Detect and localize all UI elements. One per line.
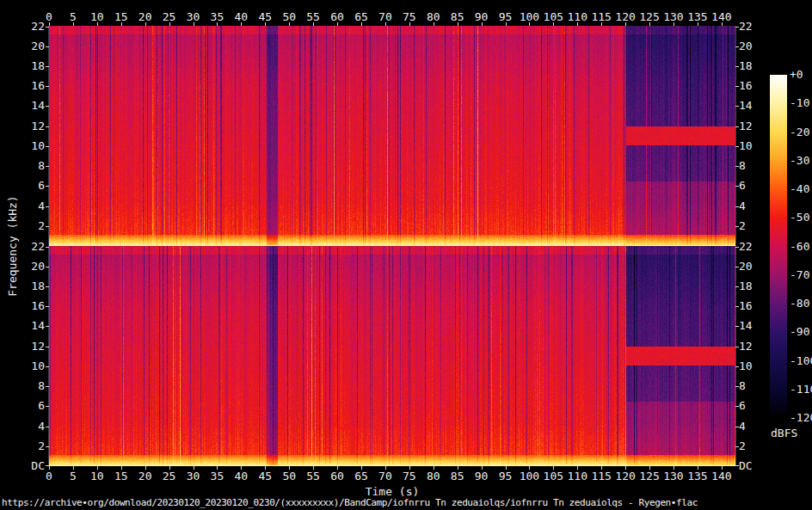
time-tick-label: 115 <box>591 11 611 23</box>
tick-mark <box>698 22 698 26</box>
tick-mark <box>735 347 739 347</box>
tick-mark <box>434 22 434 26</box>
tick-mark <box>145 22 146 26</box>
freq-tick-label: 18 <box>0 280 45 292</box>
time-tick-label: 0 <box>46 470 52 482</box>
tick-mark <box>169 466 170 470</box>
freq-tick-label: 10 <box>0 140 45 152</box>
time-tick-label: 95 <box>499 11 513 23</box>
tick-mark <box>265 22 266 26</box>
colorbar-tick-label: -50 <box>790 212 809 224</box>
time-tick-label: 110 <box>568 470 587 482</box>
freq-tick-label: 6 <box>0 180 45 192</box>
time-tick-label: 120 <box>615 470 635 482</box>
tick-mark <box>46 247 49 248</box>
time-tick-label: 75 <box>403 11 416 23</box>
tick-mark <box>735 247 739 248</box>
freq-tick-label: 8 <box>739 160 773 172</box>
freq-tick-label: 22 <box>0 21 45 33</box>
time-tick-label: 40 <box>235 470 249 482</box>
tick-mark <box>577 466 578 470</box>
dc-tick-label: DC <box>739 460 773 472</box>
freq-tick-label: 14 <box>739 100 773 112</box>
freq-tick-label: 12 <box>739 341 773 353</box>
tick-mark <box>217 466 218 470</box>
tick-mark <box>73 466 74 470</box>
colorbar <box>770 75 787 418</box>
freq-tick-label: 10 <box>739 140 773 152</box>
time-tick-label: 115 <box>591 470 611 482</box>
colorbar-tick-label: -60 <box>790 241 809 253</box>
time-tick-label: 135 <box>687 11 707 23</box>
tick-mark <box>735 206 739 207</box>
tick-mark <box>409 466 410 470</box>
tick-mark <box>49 22 50 26</box>
tick-mark <box>506 22 507 26</box>
freq-tick-label: 4 <box>739 200 773 212</box>
tick-mark <box>735 427 739 427</box>
time-tick-label: 55 <box>306 11 320 23</box>
freq-tick-label: 22 <box>739 21 773 33</box>
colorbar-tick-label: -100 <box>790 355 812 367</box>
tick-mark <box>46 347 49 347</box>
tick-mark <box>265 466 266 470</box>
freq-tick-label: 22 <box>0 241 45 253</box>
freq-tick-label: 14 <box>739 320 773 332</box>
tick-mark <box>674 22 674 26</box>
tick-mark <box>46 126 49 127</box>
tick-mark <box>46 465 49 466</box>
freq-tick-label: 22 <box>739 241 773 253</box>
tick-mark <box>735 186 739 187</box>
tick-mark <box>46 146 49 147</box>
freq-tick-label: 6 <box>0 400 45 412</box>
freq-tick-label: 4 <box>739 421 773 433</box>
tick-mark <box>735 267 739 267</box>
freq-tick-label: 18 <box>0 60 45 72</box>
time-tick-label: 0 <box>46 11 52 23</box>
freq-tick-label: 16 <box>739 300 773 312</box>
dc-tick-label: DC <box>0 460 45 472</box>
tick-mark <box>735 86 739 87</box>
tick-mark <box>46 226 49 227</box>
tick-mark <box>625 22 626 26</box>
tick-mark <box>722 22 723 26</box>
time-tick-label: 10 <box>90 11 104 23</box>
time-tick-label: 15 <box>114 11 128 23</box>
tick-mark <box>121 22 122 26</box>
freq-tick-label: 6 <box>739 180 773 192</box>
time-tick-label: 70 <box>378 470 392 482</box>
tick-mark <box>649 22 650 26</box>
freq-tick-label: 18 <box>739 280 773 292</box>
time-tick-label: 100 <box>520 11 539 23</box>
time-tick-label: 55 <box>306 470 320 482</box>
tick-mark <box>601 22 602 26</box>
freq-tick-label: 12 <box>0 120 45 132</box>
tick-mark <box>46 46 49 47</box>
tick-mark <box>241 466 242 470</box>
tick-mark <box>46 27 49 28</box>
time-tick-label: 80 <box>427 11 440 23</box>
tick-mark <box>529 22 530 26</box>
tick-mark <box>698 466 698 470</box>
freq-tick-label: 4 <box>0 421 45 433</box>
tick-mark <box>46 166 49 167</box>
freq-tick-label: 16 <box>0 300 45 312</box>
time-tick-label: 30 <box>187 470 200 482</box>
colorbar-tick-label: -20 <box>790 126 809 138</box>
tick-mark <box>46 86 49 87</box>
freq-tick-label: 10 <box>739 360 773 372</box>
time-tick-label: 100 <box>520 470 539 482</box>
spectrogram-image: Frequency (kHz) 005510101515202025253030… <box>0 0 812 510</box>
freq-tick-label: 8 <box>739 380 773 392</box>
time-tick-label: 45 <box>258 470 272 482</box>
freq-tick-label: 10 <box>0 360 45 372</box>
freq-tick-label: 16 <box>0 80 45 92</box>
tick-mark <box>46 366 49 367</box>
tick-mark <box>289 22 290 26</box>
freq-tick-label: 2 <box>739 440 773 452</box>
time-tick-label: 140 <box>711 470 731 482</box>
colorbar-unit-label: dBFS <box>771 427 797 439</box>
tick-mark <box>385 22 386 26</box>
tick-mark <box>361 466 362 470</box>
tick-mark <box>49 466 50 470</box>
